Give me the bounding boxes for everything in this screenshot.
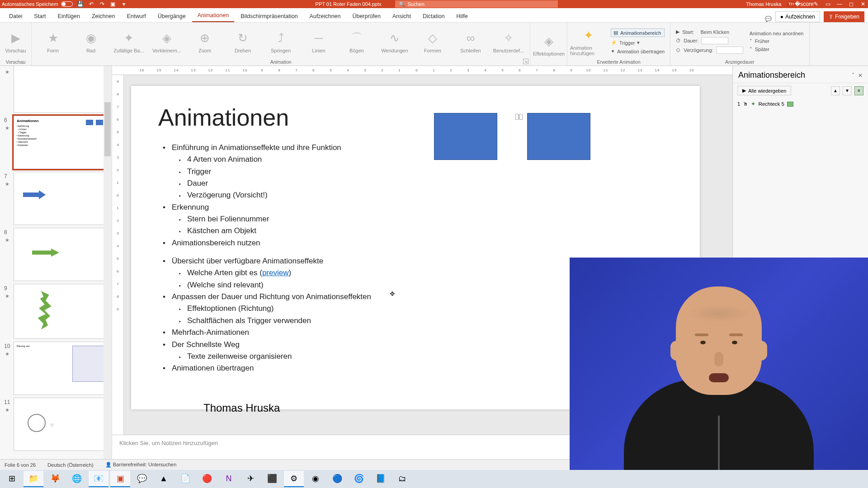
menu-hilfe[interactable]: Hilfe — [451, 10, 473, 22]
share-button[interactable]: ⇪ Freigeben — [824, 11, 864, 22]
move-later-button[interactable]: ˅ Später — [750, 47, 804, 52]
bullet[interactable]: Erkennung — [158, 202, 673, 213]
start-select[interactable]: ▶ Start: Beim Klicken — [676, 29, 743, 35]
anim-zuflligeba[interactable]: ✦Zufällige Ba... — [110, 29, 147, 53]
app-icon[interactable]: ◉ — [306, 471, 326, 487]
anim-verkleinern[interactable]: ◈Verkleinern... — [148, 29, 185, 53]
bullet[interactable]: Trigger — [179, 166, 673, 178]
user-badge[interactable]: TH — [787, 1, 796, 7]
language-status[interactable]: Deutsch (Österreich) — [47, 462, 93, 468]
add-anim-button[interactable]: ✦Animation hinzufügen — [570, 27, 607, 56]
rectangle-shape[interactable] — [527, 113, 590, 160]
menu-bildschirm[interactable]: Bildschirmpräsentation — [235, 10, 303, 22]
window-icon[interactable]: ▭ — [825, 1, 831, 7]
anim-form[interactable]: ★Form — [34, 29, 71, 53]
minimize-icon[interactable]: — — [836, 1, 843, 7]
bullet[interactable]: Einführung in Animationseffekte und ihre… — [158, 142, 673, 154]
menu-zeichnen[interactable]: Zeichnen — [86, 10, 120, 22]
menu-einfuegen[interactable]: Einfügen — [52, 10, 85, 22]
rectangle-shape[interactable] — [434, 113, 497, 160]
comments-icon[interactable]: 💬 — [765, 16, 772, 22]
anim-formen[interactable]: ◇Formen — [414, 29, 451, 53]
menu-dictation[interactable]: Dictation — [417, 10, 450, 22]
accessibility-status[interactable]: 👤 Barrierefreiheit: Untersuchen — [105, 462, 177, 468]
search-input[interactable]: 🔍 Suchen — [395, 0, 558, 8]
quick-access-more-icon[interactable]: ▾ — [121, 1, 127, 7]
app-icon[interactable]: 📄 — [175, 471, 195, 487]
obs-icon[interactable]: ⚙ — [284, 471, 304, 487]
move-down-button[interactable]: ▼ — [843, 86, 852, 95]
play-all-button[interactable]: ▶ Alle wiedergeben — [737, 86, 791, 95]
bullet[interactable]: Verzögerung (Vorsicht!) — [179, 189, 673, 201]
slide-thumbnails[interactable]: 5★6★Animationen• Einführung • 4 Arten • … — [0, 66, 112, 459]
powerpoint-icon[interactable]: ▣ — [110, 471, 130, 487]
anim-zoom[interactable]: ⊕Zoom — [186, 29, 223, 53]
bullet[interactable]: Dauer — [179, 178, 673, 189]
bullet[interactable]: Stern bei Foliennummer — [179, 213, 673, 225]
close-icon[interactable]: ✕ — [860, 1, 866, 7]
anim-springen[interactable]: ⤴Springen — [262, 29, 299, 53]
menu-aufzeichnen[interactable]: Aufzeichnen — [304, 10, 346, 22]
anim-rad[interactable]: ◉Rad — [72, 29, 109, 53]
chevron-down-icon[interactable]: ˅ — [852, 72, 854, 79]
anim-schleifen[interactable]: ∞Schleifen — [452, 29, 489, 53]
undo-icon[interactable]: ↶ — [88, 1, 94, 7]
anim-painter-button[interactable]: ✦ Animation übertragen — [611, 48, 665, 54]
thumbs-scrollbar[interactable] — [104, 66, 112, 459]
anim-pane-toggle[interactable]: ▤ Animationsbereich — [611, 28, 665, 37]
menu-ueberpruefen[interactable]: Überprüfen — [347, 10, 386, 22]
slide-title[interactable]: Animationen — [158, 104, 673, 131]
maximize-icon[interactable]: ◻ — [848, 1, 854, 7]
menu-datei[interactable]: Datei — [4, 10, 28, 22]
anim-dialog-launcher[interactable]: ↘ — [523, 59, 528, 64]
start-button[interactable]: ⊞ — [2, 471, 22, 487]
anim-benutzerdef[interactable]: ✧Benutzerdef... — [490, 29, 527, 53]
menu-start[interactable]: Start — [28, 10, 51, 22]
firefox-icon[interactable]: 🦊 — [45, 471, 65, 487]
slide-counter[interactable]: Folie 6 von 26 — [5, 462, 36, 468]
anim-bgen[interactable]: ⌒Bögen — [338, 29, 375, 53]
timeline-toggle[interactable]: ≡ — [854, 86, 863, 95]
anim-entry[interactable]: 1 🖱 ✦ Rechteck 5 — [737, 100, 863, 108]
user-name[interactable]: Thomas Hruska — [746, 1, 781, 7]
delay-input[interactable]: ⏲ Verzögerung: — [676, 47, 743, 54]
thumb-slide-7[interactable]: 7★ — [14, 172, 108, 225]
thumb-slide-6[interactable]: 6★Animationen• Einführung • 4 Arten • Tr… — [14, 116, 108, 169]
menu-uebergaenge[interactable]: Übergänge — [152, 10, 191, 22]
edge-icon[interactable]: 🌀 — [349, 471, 369, 487]
app-icon[interactable]: 💬 — [132, 471, 152, 487]
present-start-icon[interactable]: ▣ — [110, 1, 116, 7]
telegram-icon[interactable]: ✈ — [241, 471, 260, 487]
move-earlier-button[interactable]: ˄ Früher — [750, 38, 804, 44]
app-icon[interactable]: 🗂 — [392, 471, 412, 487]
preview-link[interactable]: preview — [262, 268, 289, 277]
chrome-icon[interactable]: 🌐 — [67, 471, 87, 487]
save-icon[interactable]: 💾 — [77, 1, 84, 7]
autosave-toggle[interactable]: Automatisches Speichern — [2, 1, 73, 7]
toggle-icon[interactable] — [61, 1, 73, 7]
app-icon[interactable]: 📘 — [371, 471, 391, 487]
move-up-button[interactable]: ▲ — [831, 86, 840, 95]
anim-wendungen[interactable]: ∿Wendungen — [376, 29, 413, 53]
app-icon[interactable]: 🔵 — [327, 471, 347, 487]
thumb-slide-5[interactable]: 5★ — [14, 66, 108, 113]
explorer-icon[interactable]: 📁 — [24, 471, 43, 487]
thumb-slide-9[interactable]: 9★ — [14, 284, 108, 339]
file-name[interactable]: PPT 01 Roter Faden 004.pptx — [316, 1, 382, 7]
sync-icon[interactable]: �score — [801, 1, 807, 7]
thumb-slide-8[interactable]: 8★ — [14, 228, 108, 281]
record-button[interactable]: ● Aufzeichnen — [775, 11, 820, 22]
onenote-icon[interactable]: N — [219, 471, 239, 487]
preview-button[interactable]: ▶Vorschau — [3, 29, 28, 53]
pen-icon[interactable]: ✎ — [813, 1, 819, 7]
close-pane-icon[interactable]: ✕ — [858, 72, 863, 79]
app-icon[interactable]: 🔴 — [197, 471, 217, 487]
menu-entwurf[interactable]: Entwurf — [121, 10, 151, 22]
thumb-slide-11[interactable]: 11★♡ — [14, 398, 108, 451]
redo-icon[interactable]: ↷ — [99, 1, 105, 7]
bullet[interactable]: Animationsbereich nutzen — [158, 237, 673, 249]
effect-options-button[interactable]: ◈Effektoptionen — [533, 33, 565, 56]
menu-ansicht[interactable]: Ansicht — [387, 10, 416, 22]
app-icon[interactable]: ⬛ — [262, 471, 282, 487]
anim-drehen[interactable]: ↻Drehen — [224, 29, 261, 53]
